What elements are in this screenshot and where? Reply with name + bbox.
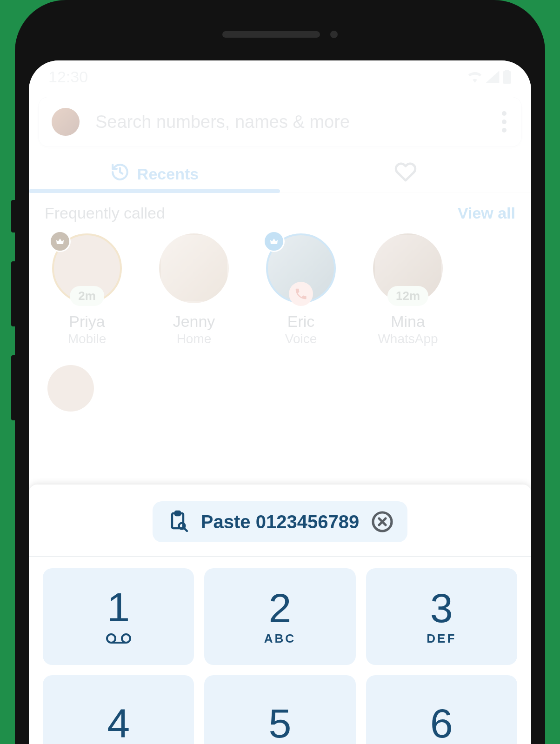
- frequent-row: 2m Priya Mobile Jenny Home: [29, 227, 531, 346]
- svg-point-10: [122, 634, 130, 643]
- paste-label: Paste 0123456789: [201, 512, 359, 532]
- phone-frame: 12:30 Search numbers, names & more: [15, 0, 545, 744]
- contact-sub: Home: [177, 332, 212, 346]
- contact-sub: WhatsApp: [378, 332, 438, 346]
- section-header: Frequently called View all: [29, 193, 531, 227]
- close-icon[interactable]: [370, 510, 394, 534]
- key-digit: 2: [269, 588, 292, 629]
- contact-name: Priya: [69, 312, 105, 331]
- search-placeholder: Search numbers, names & more: [95, 112, 484, 132]
- crown-icon: [49, 231, 71, 252]
- avatar: [47, 365, 94, 412]
- search-bar[interactable]: Search numbers, names & more: [38, 97, 522, 147]
- tab-recents[interactable]: Recents: [29, 155, 280, 193]
- phone-side-buttons: [11, 200, 15, 420]
- svg-point-9: [107, 634, 115, 643]
- dial-sheet: Paste 0123456789 1 2 ABC: [29, 485, 531, 744]
- key-digit: 5: [269, 703, 292, 744]
- call-badge-icon: [289, 282, 313, 306]
- keypad: 1 2 ABC 3 DEF 4 5: [29, 557, 531, 744]
- contact-sub: Mobile: [68, 332, 106, 346]
- battery-icon: [502, 70, 512, 84]
- key-6[interactable]: 6: [366, 675, 517, 744]
- svg-rect-1: [505, 70, 509, 72]
- tab-recents-label: Recents: [137, 165, 199, 183]
- profile-avatar[interactable]: [52, 108, 80, 136]
- list-item[interactable]: [29, 346, 531, 412]
- clipboard-search-icon: [167, 510, 190, 534]
- frequent-contact[interactable]: Eric Voice: [261, 233, 340, 346]
- key-5[interactable]: 5: [204, 675, 355, 744]
- svg-rect-0: [503, 71, 511, 84]
- more-menu-icon[interactable]: [500, 111, 508, 133]
- time-badge: 2m: [70, 286, 104, 306]
- contact-name: Mina: [391, 312, 425, 331]
- status-icons: [467, 70, 512, 84]
- key-sub: DEF: [427, 631, 456, 646]
- screen: 12:30 Search numbers, names & more: [29, 60, 531, 744]
- key-2[interactable]: 2 ABC: [204, 568, 355, 665]
- key-1[interactable]: 1: [43, 568, 194, 665]
- status-time: 12:30: [48, 68, 88, 86]
- key-digit: 3: [430, 588, 453, 629]
- wifi-icon: [467, 71, 483, 83]
- key-4[interactable]: 4: [43, 675, 194, 744]
- frequent-contact[interactable]: 2m Priya Mobile: [47, 233, 127, 346]
- paste-chip[interactable]: Paste 0123456789: [153, 501, 407, 542]
- tabs: Recents: [29, 155, 531, 193]
- frequent-contact[interactable]: 12m Mina WhatsApp: [368, 233, 447, 346]
- phone-speaker: [15, 31, 545, 38]
- tab-favorites[interactable]: [280, 155, 531, 193]
- key-digit: 4: [107, 703, 130, 744]
- key-3[interactable]: 3 DEF: [366, 568, 517, 665]
- avatar: [159, 233, 229, 303]
- contact-sub: Voice: [285, 332, 317, 346]
- contact-name: Eric: [287, 312, 315, 331]
- key-sub: ABC: [264, 631, 296, 646]
- svg-line-5: [184, 528, 187, 531]
- section-title: Frequently called: [45, 204, 165, 222]
- key-digit: 1: [107, 587, 130, 628]
- voicemail-icon: [106, 632, 132, 646]
- crown-icon: [263, 231, 285, 252]
- frequent-contact[interactable]: Jenny Home: [154, 233, 233, 346]
- heart-icon: [394, 161, 417, 187]
- view-all-link[interactable]: View all: [458, 204, 515, 222]
- time-badge: 12m: [387, 286, 428, 306]
- status-bar: 12:30: [29, 60, 531, 93]
- signal-icon: [486, 71, 500, 83]
- contact-name: Jenny: [173, 312, 215, 331]
- key-digit: 6: [430, 703, 453, 744]
- history-icon: [110, 162, 130, 186]
